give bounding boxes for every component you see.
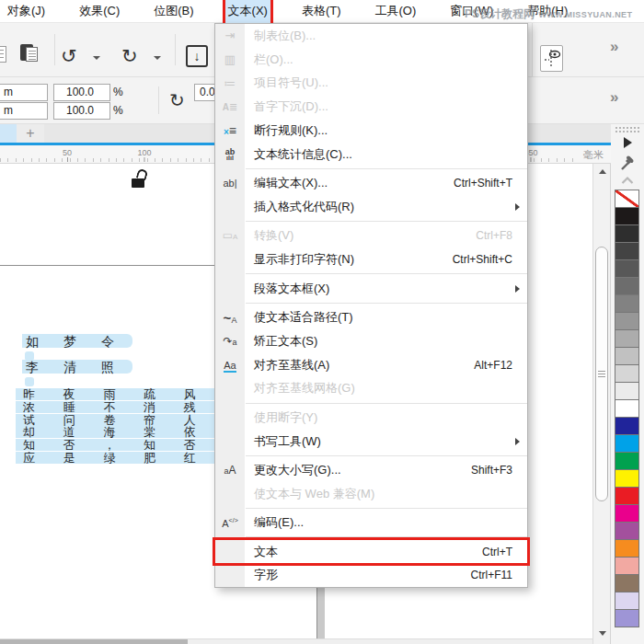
menu-item-label: 编码(E)... [245, 514, 304, 531]
poem-body-line: 昨夜雨疏风 [23, 388, 224, 400]
toolbar-overflow-icon[interactable]: » [610, 38, 619, 56]
vertical-scrollbar[interactable] [592, 163, 610, 644]
menubar-item[interactable]: 表格(T) [299, 0, 344, 23]
color-swatch[interactable] [615, 312, 639, 330]
menubar-item[interactable]: 对象(J) [5, 0, 48, 23]
color-swatch[interactable] [615, 504, 639, 523]
redo-dropdown-icon[interactable] [154, 56, 161, 60]
color-swatch[interactable] [615, 592, 639, 610]
undo-dropdown-icon[interactable] [93, 56, 100, 60]
text-menu-item[interactable]: 使文本适合路径(T) [215, 305, 527, 329]
text-menu-item[interactable]: 更改大小写(G)... Shift+F3 [215, 458, 527, 482]
color-swatch[interactable] [615, 294, 639, 313]
color-swatch[interactable] [615, 364, 639, 383]
text-stats-icon [215, 148, 245, 161]
menubar-item[interactable]: 位图(B) [151, 0, 196, 23]
color-swatch[interactable] [615, 242, 639, 260]
no-color-swatch[interactable] [615, 190, 639, 208]
menu-separator [246, 536, 527, 537]
menu-separator [246, 168, 527, 169]
menu-item-shortcut: Ctrl+Shift+T [454, 177, 527, 190]
visibility-button[interactable] [540, 45, 563, 72]
menubar-item[interactable]: 文本(X) [225, 0, 270, 23]
text-menu-item[interactable]: 使用断字(Y) [215, 406, 527, 430]
color-swatch[interactable] [615, 382, 639, 400]
palette-scroll-up-icon[interactable] [620, 176, 635, 185]
palette-flyout-icon[interactable] [624, 137, 632, 148]
color-swatch[interactable] [615, 277, 639, 295]
text-menu-item[interactable]: 项目符号(U)... [215, 72, 527, 96]
color-swatch[interactable] [615, 522, 639, 540]
text-menu-item[interactable]: 对齐至基线网格(G) [215, 377, 527, 401]
color-swatch[interactable] [615, 434, 639, 453]
redo-icon[interactable]: ↻ [121, 46, 138, 66]
text-menu-item[interactable]: 段落文本框(X) [215, 277, 527, 301]
menu-item-label: 矫正文本(S) [245, 333, 317, 350]
new-page-tab-button[interactable]: + [17, 124, 44, 144]
poem-char: 知 [23, 439, 63, 451]
text-menu-item[interactable]: 栏(O)... [215, 48, 527, 72]
scroll-up-button[interactable] [593, 163, 611, 180]
color-swatch[interactable] [615, 574, 639, 592]
eyedropper-icon[interactable] [619, 154, 636, 172]
text-menu-item[interactable]: 使文本与 Web 兼容(M) [215, 482, 527, 506]
paste-icon[interactable] [20, 44, 46, 64]
ruler-unit-label: 毫米 [583, 148, 604, 162]
menubar-item[interactable]: 帮助(H) [524, 0, 570, 23]
text-menu-item[interactable]: 断行规则(K)... [215, 119, 527, 143]
property-bar-overflow-icon[interactable]: » [610, 88, 619, 107]
undo-icon[interactable]: ↺ [61, 46, 77, 66]
rotate-icon[interactable]: ↻ [169, 90, 185, 110]
menu-item-shortcut: Ctrl+F11 [471, 569, 527, 581]
menubar-item[interactable]: 工具(O) [373, 0, 420, 23]
color-swatch[interactable] [615, 399, 639, 418]
horizontal-scrollbar-thumb[interactable] [0, 639, 188, 644]
import-icon[interactable]: ↓ [186, 45, 208, 67]
text-menu-item[interactable]: 显示非打印字符(N) Ctrl+Shift+C [215, 247, 527, 271]
object-height-field[interactable]: m [0, 102, 48, 120]
menubar-item[interactable]: 窗口(W) [447, 0, 496, 23]
scroll-down-button[interactable] [593, 625, 611, 642]
poem-body-line: 应是绿肥红 [23, 452, 224, 464]
text-menu-item[interactable]: 对齐至基线(A) Alt+F12 [215, 353, 527, 377]
color-swatch[interactable] [615, 539, 639, 558]
scale-x-field[interactable]: 100.0 [53, 84, 110, 101]
text-menu-item[interactable]: 文本统计信息(C)... [215, 143, 527, 167]
text-menu-item[interactable]: 插入格式化代码(R) [215, 195, 527, 219]
vertical-scrollbar-thumb[interactable] [595, 247, 608, 501]
text-menu-item[interactable]: 制表位(B)... [215, 24, 527, 48]
text-menu-item[interactable]: 编码(E)... [215, 511, 527, 535]
poem-char: 卷 [103, 414, 144, 426]
horizontal-scrollbar[interactable] [0, 638, 592, 644]
color-swatch[interactable] [615, 609, 639, 627]
text-selection-highlight [25, 377, 34, 386]
scale-y-field[interactable]: 100.0 [53, 102, 110, 120]
menu-item-label: 段落文本框(X) [245, 281, 329, 297]
color-swatch[interactable] [615, 224, 639, 243]
color-swatch[interactable] [615, 207, 639, 225]
lock-ratio-icon[interactable] [130, 167, 150, 190]
text-menu-item[interactable]: 转换(V) Ctrl+F8 [215, 224, 527, 248]
color-swatch[interactable] [615, 452, 639, 470]
color-swatch[interactable] [615, 329, 639, 348]
active-document-tab[interactable] [0, 124, 17, 144]
menu-item-label: 首字下沉(D)... [245, 98, 328, 115]
text-menu-item[interactable]: 字形 Ctrl+F11 [215, 563, 527, 587]
color-swatch[interactable] [615, 259, 639, 278]
text-menu-item[interactable]: 矫正文本(S) [215, 329, 527, 353]
text-menu-item[interactable]: 首字下沉(D)... [215, 95, 527, 119]
color-swatch[interactable] [615, 469, 639, 488]
palette-grip-icon[interactable] [615, 126, 640, 132]
color-swatch[interactable] [615, 417, 639, 435]
text-menu-item[interactable]: 书写工具(W) [215, 430, 527, 454]
text-menu-item[interactable]: 编辑文本(X)... Ctrl+Shift+T [215, 171, 527, 195]
color-swatch[interactable] [615, 557, 639, 575]
text-menu-item[interactable]: 文本 Ctrl+T [215, 540, 527, 564]
color-swatch[interactable] [615, 347, 639, 365]
color-swatch[interactable] [615, 487, 639, 505]
poem-char: 浓 [23, 401, 63, 413]
copy-icon[interactable] [0, 46, 6, 63]
object-width-field[interactable]: m [0, 84, 48, 101]
menubar-item-label: 位图(B) [154, 4, 193, 17]
menubar-item[interactable]: 效果(C) [76, 0, 122, 23]
